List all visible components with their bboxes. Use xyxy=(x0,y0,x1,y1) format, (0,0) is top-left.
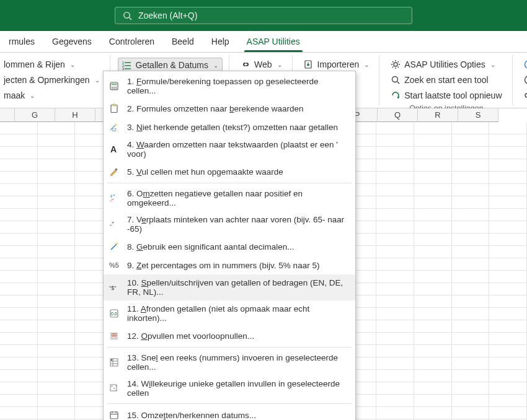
btn-online-faq[interactable]: ? Online FA xyxy=(520,58,528,71)
cell[interactable] xyxy=(452,172,490,184)
cell[interactable] xyxy=(452,295,490,308)
cell[interactable] xyxy=(376,122,414,134)
tab-controleren[interactable]: Controleren xyxy=(100,32,163,52)
cell[interactable] xyxy=(489,333,527,345)
cell[interactable] xyxy=(489,147,527,159)
cell[interactable] xyxy=(376,357,414,370)
cell[interactable] xyxy=(414,283,452,295)
cell[interactable] xyxy=(489,382,527,395)
cell[interactable] xyxy=(0,308,38,320)
cell[interactable] xyxy=(376,345,414,357)
btn-importeren[interactable]: Importeren ⌄ xyxy=(300,58,373,71)
tab-gegevens[interactable]: Gegevens xyxy=(43,32,100,52)
btn-zoek-start-tool[interactable]: Zoek en start een tool xyxy=(387,73,505,87)
menu-item[interactable]: 0012. Opvullen met voorloopnullen... xyxy=(104,326,355,345)
cell[interactable] xyxy=(38,172,76,184)
menu-item[interactable]: "$"10. Spellen/uitschrijven van getallen… xyxy=(104,274,355,300)
column-header[interactable]: H xyxy=(55,108,95,122)
tab-beeld[interactable]: Beeld xyxy=(163,32,203,52)
cell[interactable] xyxy=(38,196,76,209)
menu-item[interactable]: 0.011. Afronden getallen (niet als opmaa… xyxy=(104,300,355,326)
cell[interactable] xyxy=(376,395,414,407)
menu-item[interactable]: -"7. Verplaats minteken van achter naar … xyxy=(104,211,355,237)
cell[interactable] xyxy=(452,407,490,419)
cell[interactable] xyxy=(414,295,452,308)
cell[interactable] xyxy=(414,320,452,333)
cell[interactable] xyxy=(452,196,490,209)
cell[interactable] xyxy=(489,271,527,283)
cell[interactable] xyxy=(376,320,414,333)
cell[interactable] xyxy=(0,357,38,370)
menu-item[interactable]: 123. Niet herkende getallen (tekst?) omz… xyxy=(104,118,355,136)
cell[interactable] xyxy=(0,122,38,134)
cell[interactable] xyxy=(452,395,490,407)
menu-item[interactable]: A4. Waarden omzetten naar tekstwaarden (… xyxy=(104,136,355,162)
cell[interactable] xyxy=(0,134,38,147)
cell[interactable] xyxy=(414,333,452,345)
cell[interactable] xyxy=(452,382,490,395)
btn-asap-opties[interactable]: ASAP Utilities Opties ⌄ xyxy=(387,58,505,71)
cell[interactable] xyxy=(452,271,490,283)
cell[interactable] xyxy=(0,234,38,246)
cell[interactable] xyxy=(489,246,527,258)
cell[interactable] xyxy=(489,258,527,271)
btn-geregistreerd[interactable]: Geregistre xyxy=(520,89,528,102)
cell[interactable] xyxy=(38,395,76,407)
cell[interactable] xyxy=(452,333,490,345)
cell[interactable] xyxy=(376,370,414,382)
cell[interactable] xyxy=(0,172,38,184)
cell[interactable] xyxy=(489,320,527,333)
cell[interactable] xyxy=(0,407,38,419)
cell[interactable] xyxy=(376,308,414,320)
cell[interactable] xyxy=(38,333,76,345)
cell[interactable] xyxy=(38,345,76,357)
cell[interactable] xyxy=(452,209,490,221)
cell[interactable] xyxy=(414,258,452,271)
cell[interactable] xyxy=(414,345,452,357)
cell[interactable] xyxy=(414,407,452,419)
cell[interactable] xyxy=(0,370,38,382)
cell[interactable] xyxy=(0,196,38,209)
cell[interactable] xyxy=(489,395,527,407)
cell[interactable] xyxy=(0,320,38,333)
menu-item[interactable]: %59. Zet percentages om in nummers (bijv… xyxy=(104,256,355,274)
cell[interactable] xyxy=(0,246,38,258)
cell[interactable] xyxy=(414,147,452,159)
column-header[interactable]: G xyxy=(15,108,55,122)
menu-item[interactable]: 15. Omzetten/herkennen datums... xyxy=(104,406,355,420)
cell[interactable] xyxy=(376,382,414,395)
cell[interactable] xyxy=(0,345,38,357)
cell[interactable] xyxy=(489,357,527,370)
menu-item[interactable]: 13. Snel een reeks (nummers) invoeren in… xyxy=(104,349,355,375)
cell[interactable] xyxy=(414,221,452,234)
cell[interactable] xyxy=(452,221,490,234)
cell[interactable] xyxy=(38,122,76,134)
cell[interactable] xyxy=(489,234,527,246)
cell[interactable] xyxy=(414,172,452,184)
column-header[interactable] xyxy=(0,108,15,122)
cell[interactable] xyxy=(489,209,527,221)
cell[interactable] xyxy=(414,308,452,320)
cell[interactable] xyxy=(38,221,76,234)
menu-item[interactable]: 1. Formule/berekening toepassen op gesel… xyxy=(104,73,355,99)
cell[interactable] xyxy=(489,308,527,320)
cell[interactable] xyxy=(452,308,490,320)
cell[interactable] xyxy=(0,258,38,271)
cell[interactable] xyxy=(0,283,38,295)
cell[interactable] xyxy=(489,283,527,295)
cell[interactable] xyxy=(414,122,452,134)
tab-help[interactable]: Help xyxy=(203,32,238,52)
btn-kolommen-rijen[interactable]: lommen & Rijen ⌄ xyxy=(0,58,104,71)
cell[interactable] xyxy=(376,172,414,184)
tab-asap-utilities[interactable]: ASAP Utilities xyxy=(238,32,309,52)
cell[interactable] xyxy=(38,382,76,395)
cell[interactable] xyxy=(38,283,76,295)
btn-web[interactable]: Web ⌄ xyxy=(237,58,286,71)
cell[interactable] xyxy=(0,271,38,283)
cell[interactable] xyxy=(452,345,490,357)
cell[interactable] xyxy=(489,172,527,184)
cell[interactable] xyxy=(414,271,452,283)
cell[interactable] xyxy=(38,258,76,271)
cell[interactable] xyxy=(38,370,76,382)
cell[interactable] xyxy=(376,295,414,308)
